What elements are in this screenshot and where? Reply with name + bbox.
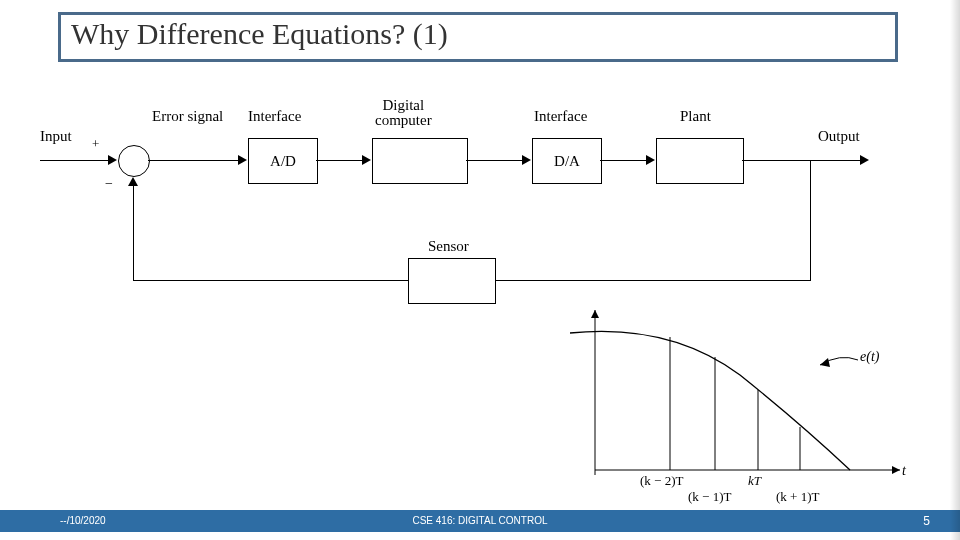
footer-bar: --/10/2020 CSE 416: DIGITAL CONTROL 5 — [0, 510, 960, 532]
arrow-icon — [646, 155, 655, 165]
plant-box — [656, 138, 744, 184]
curve-label: e(t) — [860, 349, 879, 365]
wire — [810, 160, 811, 280]
arrow-icon — [522, 155, 531, 165]
computer-box — [372, 138, 468, 184]
arrow-icon — [860, 155, 869, 165]
input-label: Input — [40, 128, 72, 145]
svg-marker-3 — [591, 310, 599, 318]
svg-marker-8 — [820, 358, 830, 367]
arrow-icon — [128, 177, 138, 186]
tick-k-plus-1: (k + 1)T — [776, 489, 819, 505]
interface1-label: Interface — [248, 108, 301, 125]
svg-marker-1 — [892, 466, 900, 474]
block-diagram: Input + − Error signal Interface A/D Dig… — [40, 90, 920, 310]
sensor-box — [408, 258, 496, 304]
wire — [742, 160, 862, 161]
da-box: D/A — [532, 138, 602, 184]
sampled-signal-plot: e(t) t (k − 2)T kT (k − 1)T (k + 1)T — [540, 305, 920, 505]
interface2-label: Interface — [534, 108, 587, 125]
right-shadow — [950, 0, 960, 540]
output-label: Output — [818, 128, 860, 145]
error-signal-label: Error signal — [152, 108, 223, 125]
wire — [466, 160, 524, 161]
computer-label: Digital computer — [375, 98, 432, 128]
summing-junction — [118, 145, 150, 177]
tick-k-minus-1: (k − 1)T — [688, 489, 731, 505]
wire — [40, 160, 110, 161]
wire — [133, 185, 134, 281]
sensor-label: Sensor — [428, 238, 469, 255]
arrow-icon — [108, 155, 117, 165]
ad-box: A/D — [248, 138, 318, 184]
minus-sign: − — [105, 176, 113, 192]
plus-sign: + — [92, 136, 99, 152]
wire — [600, 160, 648, 161]
wire — [316, 160, 364, 161]
arrow-icon — [362, 155, 371, 165]
wire — [495, 280, 811, 281]
tick-k-minus-2: (k − 2)T — [640, 473, 683, 489]
tick-k: kT — [748, 473, 761, 489]
plot-svg — [540, 305, 920, 505]
wire — [148, 160, 240, 161]
footer-page: 5 — [923, 510, 930, 532]
footer-course: CSE 416: DIGITAL CONTROL — [0, 510, 960, 532]
plant-label: Plant — [680, 108, 711, 125]
x-axis-label: t — [902, 463, 906, 479]
wire — [133, 280, 408, 281]
slide-title-box: Why Difference Equations? (1) — [58, 12, 898, 62]
arrow-icon — [238, 155, 247, 165]
slide-title: Why Difference Equations? (1) — [71, 17, 885, 51]
